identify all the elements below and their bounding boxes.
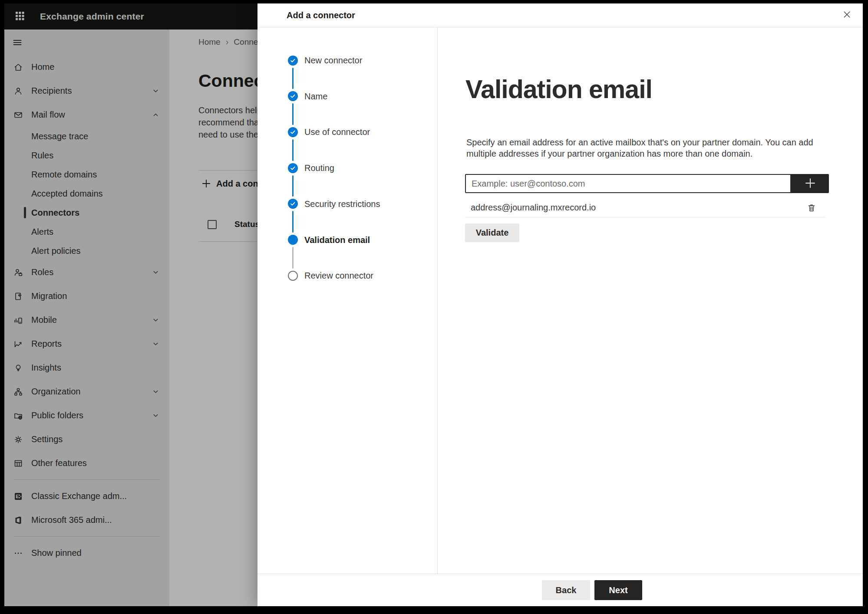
step-connector-line: [292, 139, 294, 161]
step-label-review-connector[interactable]: Review connector: [304, 271, 373, 281]
step-circle-validation-email[interactable]: [288, 235, 298, 245]
step-connector-line: [292, 103, 294, 125]
check-icon: [290, 200, 296, 207]
wizard-steps: New connectorNameUse of connectorRouting…: [257, 27, 438, 574]
step-description: Specify an email address for an active m…: [466, 137, 831, 159]
trash-icon: [806, 203, 817, 213]
close-button[interactable]: [838, 7, 855, 23]
dialog-header: Add a connector: [257, 3, 863, 27]
validation-email-step-content: Validation email Specify an email addres…: [438, 27, 863, 574]
add-connector-dialog: Add a connector New connectorNameUse of …: [257, 3, 863, 606]
add-email-button[interactable]: [791, 174, 829, 193]
dialog-footer: Back Next: [257, 574, 863, 606]
check-icon: [290, 129, 296, 135]
added-address-row: address@journaling.mxrecord.io: [465, 198, 825, 217]
step-circle-review-connector[interactable]: [288, 271, 298, 281]
step-circle-name[interactable]: [288, 91, 298, 101]
email-input-row: [465, 174, 829, 193]
next-button[interactable]: Next: [594, 580, 642, 600]
added-address-text: address@journaling.mxrecord.io: [465, 203, 596, 213]
step-label-name[interactable]: Name: [304, 91, 327, 101]
step-connector-line: [292, 247, 294, 269]
step-circle-new-connector[interactable]: [288, 56, 298, 66]
back-button[interactable]: Back: [542, 580, 590, 600]
check-icon: [290, 57, 296, 64]
dialog-body: New connectorNameUse of connectorRouting…: [257, 27, 863, 574]
close-icon: [842, 10, 852, 21]
step-label-routing[interactable]: Routing: [304, 163, 334, 173]
check-icon: [290, 93, 296, 99]
step-circle-routing[interactable]: [288, 163, 298, 173]
step-label-validation-email[interactable]: Validation email: [304, 235, 370, 245]
step-connector-line: [292, 175, 294, 197]
validate-button[interactable]: Validate: [465, 223, 519, 242]
step-label-use-of-connector[interactable]: Use of connector: [304, 127, 370, 137]
check-icon: [290, 165, 296, 171]
step-circle-use-of-connector[interactable]: [288, 127, 298, 137]
plus-icon: [803, 176, 817, 191]
dialog-title: Add a connector: [287, 10, 355, 20]
delete-address-button[interactable]: [804, 200, 819, 215]
email-input[interactable]: [465, 174, 791, 193]
step-connector-line: [292, 68, 294, 89]
step-label-new-connector[interactable]: New connector: [304, 56, 362, 66]
step-label-security-restrictions[interactable]: Security restrictions: [304, 199, 380, 209]
step-heading: Validation email: [465, 76, 652, 103]
step-circle-security-restrictions[interactable]: [288, 199, 298, 209]
step-connector-line: [292, 211, 294, 233]
